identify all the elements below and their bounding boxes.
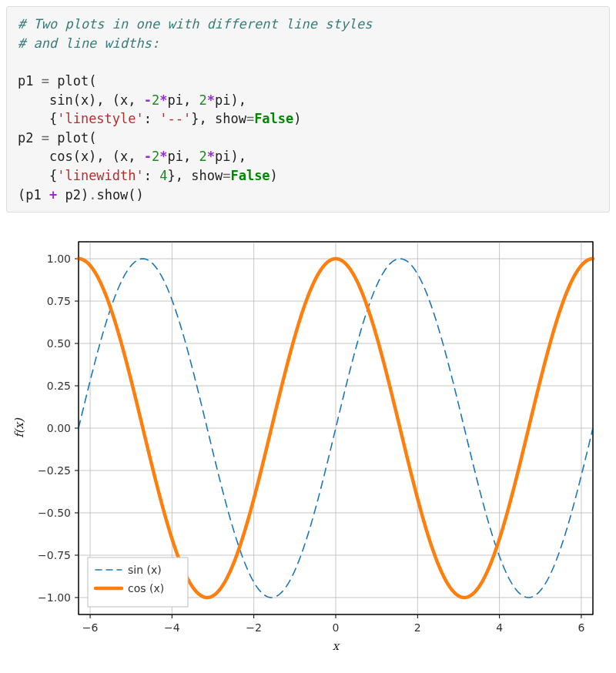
code-token: 'linewidth' xyxy=(57,168,144,183)
svg-text:−0.75: −0.75 xyxy=(38,549,71,561)
code-token: p2) xyxy=(57,187,89,203)
svg-text:cos (x): cos (x) xyxy=(128,582,164,594)
code-token: }, show xyxy=(191,111,246,126)
code-token: = xyxy=(223,168,230,183)
code-token: - xyxy=(144,149,152,164)
code-token: 2 xyxy=(199,149,206,164)
svg-text:−0.50: −0.50 xyxy=(38,507,71,519)
code-token: = xyxy=(246,111,254,126)
code-token: ) xyxy=(270,168,278,183)
code-token: 2 xyxy=(152,149,159,164)
code-token: = xyxy=(42,130,49,146)
svg-text:sin (x): sin (x) xyxy=(128,564,162,576)
svg-text:0.25: 0.25 xyxy=(47,380,71,392)
code-token: plot( xyxy=(49,130,96,146)
svg-text:f(x): f(x) xyxy=(12,417,26,438)
code-token: pi, xyxy=(168,92,199,108)
svg-text:x: x xyxy=(333,639,340,653)
code-token: pi), xyxy=(215,92,246,108)
code-token: { xyxy=(18,111,57,126)
code-token: 2 xyxy=(199,92,206,108)
code-token: '--' xyxy=(159,111,191,126)
code-token: plot( xyxy=(49,73,96,89)
code-token: 'linestyle' xyxy=(57,111,144,126)
code-token: p1 xyxy=(18,73,42,89)
svg-text:−6: −6 xyxy=(82,621,99,634)
line-chart: −6−4−20246−1.00−0.75−0.50−0.250.000.250.… xyxy=(8,226,608,658)
code-token: { xyxy=(18,168,57,183)
comment-line: # and line widths: xyxy=(18,35,159,51)
code-token: * xyxy=(159,92,167,108)
code-token: - xyxy=(144,92,152,108)
code-token: * xyxy=(207,92,215,108)
code-token: show() xyxy=(96,187,143,203)
code-token: }, show xyxy=(168,168,223,183)
code-token: * xyxy=(159,149,167,164)
svg-text:−4: −4 xyxy=(164,621,180,634)
code-token: False xyxy=(254,111,293,126)
svg-text:0: 0 xyxy=(333,621,340,634)
svg-text:1.00: 1.00 xyxy=(47,253,71,265)
svg-text:−1.00: −1.00 xyxy=(38,591,71,604)
code-token: 4 xyxy=(159,168,167,183)
code-token: pi, xyxy=(168,149,199,164)
svg-text:−0.25: −0.25 xyxy=(38,464,71,477)
code-token: ) xyxy=(293,111,301,126)
chart-output: −6−4−20246−1.00−0.75−0.50−0.250.000.250.… xyxy=(6,226,610,658)
svg-text:4: 4 xyxy=(496,621,503,634)
code-token: . xyxy=(89,187,96,203)
code-token: (p1 xyxy=(18,187,49,203)
code-token: * xyxy=(207,149,215,164)
code-token: 2 xyxy=(152,92,159,108)
code-token: p2 xyxy=(18,130,42,146)
svg-text:6: 6 xyxy=(578,621,584,634)
code-cell: # Two plots in one with different line s… xyxy=(6,6,610,213)
code-token: = xyxy=(42,73,49,89)
code-token: pi), xyxy=(215,149,246,164)
code-token: sin(x), (x, xyxy=(18,92,144,108)
svg-text:0.75: 0.75 xyxy=(47,295,71,307)
code-token: : xyxy=(144,111,159,126)
code-token: cos(x), (x, xyxy=(18,149,144,164)
comment-line: # Two plots in one with different line s… xyxy=(18,16,373,32)
code-token: + xyxy=(49,187,57,203)
code-token: : xyxy=(144,168,159,183)
svg-text:0.00: 0.00 xyxy=(47,422,71,434)
svg-text:0.50: 0.50 xyxy=(47,337,71,350)
svg-text:2: 2 xyxy=(414,621,421,634)
code-token: False xyxy=(230,168,270,183)
svg-text:−2: −2 xyxy=(246,621,262,634)
